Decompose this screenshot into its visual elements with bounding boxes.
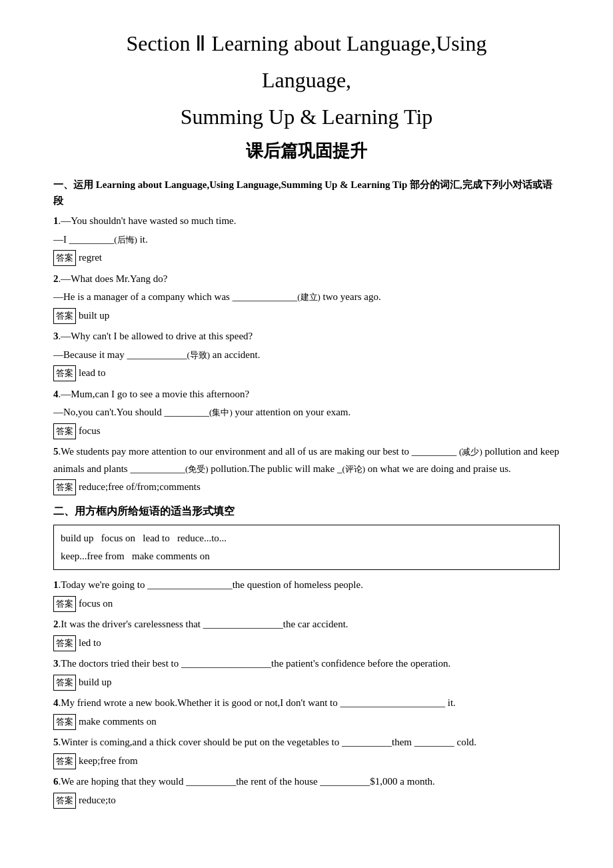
part2-header: 二、用方框内所给短语的适当形式填空 (53, 503, 560, 520)
part1-q2: 2.—What does Mr.Yang do? —He is a manage… (53, 271, 560, 325)
part2-q6: 6.We are hoping that they would ________… (53, 773, 560, 809)
vocab-box: build up focus on lead to reduce...to...… (53, 525, 560, 570)
part1-header: 一、运用 Learning about Language,Using Langu… (53, 177, 560, 209)
part2-q4: 4.My friend wrote a new book.Whether it … (53, 695, 560, 730)
part1-q3: 3.—Why can't I be allowed to drive at th… (53, 328, 560, 382)
answer-badge: 答案 (53, 365, 76, 381)
title-line1: Section Ⅱ Learning about Language,Using (53, 27, 560, 61)
answer-badge: 答案 (53, 714, 76, 730)
answer-badge: 答案 (53, 423, 76, 439)
title-line3: Summing Up & Learning Tip (53, 100, 560, 134)
answer-badge: 答案 (53, 635, 76, 651)
part2-q3: 3.The doctors tried their best to ______… (53, 655, 560, 691)
answer-badge: 答案 (53, 596, 76, 612)
answer-badge: 答案 (53, 250, 76, 266)
answer-badge: 答案 (53, 308, 76, 324)
answer-badge: 答案 (53, 675, 76, 691)
answer-badge: 答案 (53, 753, 76, 769)
part1-q1: 1.—You shouldn't have wasted so much tim… (53, 213, 560, 267)
title-line2: Language, (53, 63, 560, 97)
part2-q1: 1.Today we're going to _________________… (53, 577, 560, 612)
answer-badge: 答案 (53, 479, 76, 495)
part2-q2: 2.It was the driver's carelessness that … (53, 616, 560, 651)
part1-q4: 4.—Mum,can I go to see a movie this afte… (53, 386, 560, 440)
title-chinese: 课后篇巩固提升 (53, 137, 560, 165)
part1-q5: 5.We students pay more attention to our … (53, 443, 560, 496)
answer-badge: 答案 (53, 793, 76, 809)
part2-q5: 5.Winter is coming,and a thick cover sho… (53, 734, 560, 769)
page-title-section: Section Ⅱ Learning about Language,Using … (53, 27, 560, 165)
